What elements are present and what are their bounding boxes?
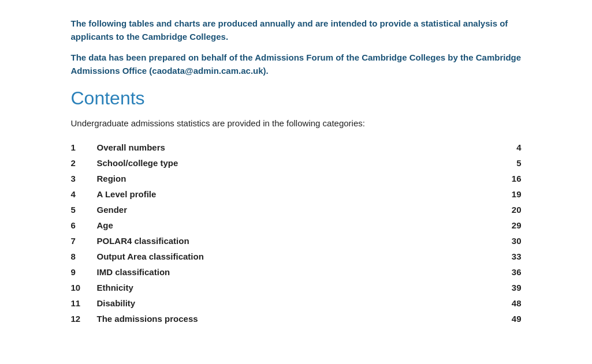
toc-item-label[interactable]: The admissions process bbox=[97, 311, 498, 327]
toc-item-page: 4 bbox=[498, 140, 522, 155]
toc-row[interactable]: 4A Level profile19 bbox=[71, 186, 522, 202]
toc-row[interactable]: 10Ethnicity39 bbox=[71, 280, 522, 295]
toc-item-page: 16 bbox=[498, 171, 522, 186]
toc-row[interactable]: 3Region16 bbox=[71, 171, 522, 186]
toc-item-num: 6 bbox=[71, 217, 97, 233]
toc-row[interactable]: 7POLAR4 classification30 bbox=[71, 233, 522, 249]
toc-item-label[interactable]: Overall numbers bbox=[97, 140, 498, 155]
toc-item-num: 8 bbox=[71, 249, 97, 264]
toc-row[interactable]: 5Gender20 bbox=[71, 202, 522, 217]
contents-heading: Contents bbox=[71, 88, 522, 109]
toc-item-page: 48 bbox=[498, 295, 522, 311]
toc-item-page: 20 bbox=[498, 202, 522, 217]
page-container: The following tables and charts are prod… bbox=[36, 0, 556, 344]
toc-item-page: 5 bbox=[498, 155, 522, 171]
toc-item-num: 9 bbox=[71, 264, 97, 280]
toc-item-page: 49 bbox=[498, 311, 522, 327]
toc-item-num: 3 bbox=[71, 171, 97, 186]
toc-item-label[interactable]: Disability bbox=[97, 295, 498, 311]
toc-item-label[interactable]: POLAR4 classification bbox=[97, 233, 498, 249]
intro-paragraph-1: The following tables and charts are prod… bbox=[71, 17, 522, 43]
toc-item-label[interactable]: Gender bbox=[97, 202, 498, 217]
toc-item-num: 5 bbox=[71, 202, 97, 217]
toc-item-page: 33 bbox=[498, 249, 522, 264]
toc-row[interactable]: 6Age29 bbox=[71, 217, 522, 233]
toc-item-page: 19 bbox=[498, 186, 522, 202]
toc-item-num: 11 bbox=[71, 295, 97, 311]
toc-item-num: 1 bbox=[71, 140, 97, 155]
toc-item-num: 4 bbox=[71, 186, 97, 202]
toc-item-label[interactable]: School/college type bbox=[97, 155, 498, 171]
toc-row[interactable]: 11Disability48 bbox=[71, 295, 522, 311]
toc-item-num: 2 bbox=[71, 155, 97, 171]
toc-item-page: 29 bbox=[498, 217, 522, 233]
toc-item-num: 12 bbox=[71, 311, 97, 327]
toc-row[interactable]: 8Output Area classification33 bbox=[71, 249, 522, 264]
toc-item-label[interactable]: Ethnicity bbox=[97, 280, 498, 295]
toc-item-label[interactable]: Output Area classification bbox=[97, 249, 498, 264]
toc-item-label[interactable]: Region bbox=[97, 171, 498, 186]
toc-table: 1Overall numbers42School/college type53R… bbox=[71, 140, 522, 327]
intro-section: The following tables and charts are prod… bbox=[71, 17, 522, 77]
intro-paragraph-2: The data has been prepared on behalf of … bbox=[71, 51, 522, 77]
toc-row[interactable]: 9IMD classification36 bbox=[71, 264, 522, 280]
contents-subtext: Undergraduate admissions statistics are … bbox=[71, 118, 522, 128]
toc-item-num: 10 bbox=[71, 280, 97, 295]
toc-item-label[interactable]: IMD classification bbox=[97, 264, 498, 280]
toc-item-page: 36 bbox=[498, 264, 522, 280]
toc-item-page: 30 bbox=[498, 233, 522, 249]
toc-row[interactable]: 12The admissions process49 bbox=[71, 311, 522, 327]
toc-item-page: 39 bbox=[498, 280, 522, 295]
toc-item-label[interactable]: Age bbox=[97, 217, 498, 233]
toc-item-label[interactable]: A Level profile bbox=[97, 186, 498, 202]
toc-row[interactable]: 1Overall numbers4 bbox=[71, 140, 522, 155]
toc-row[interactable]: 2School/college type5 bbox=[71, 155, 522, 171]
toc-item-num: 7 bbox=[71, 233, 97, 249]
